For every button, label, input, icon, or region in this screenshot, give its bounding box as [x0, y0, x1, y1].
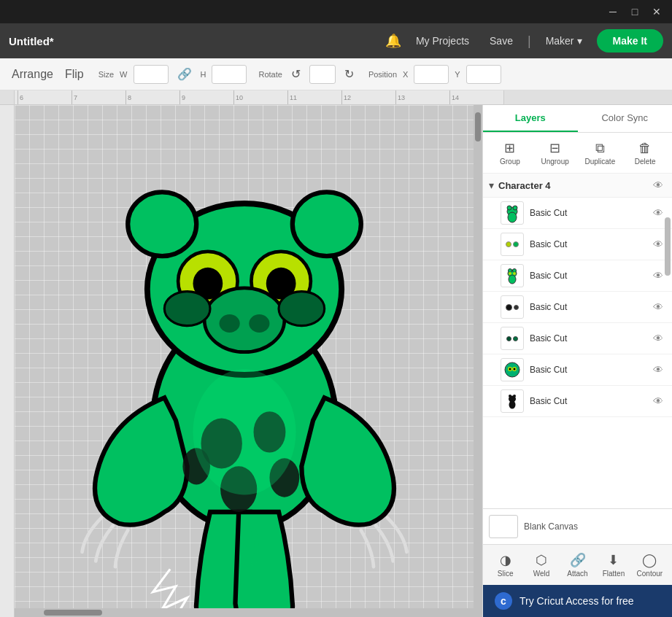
layer-3-visibility-button[interactable]: 👁	[650, 268, 666, 283]
scrollbar-thumb-v[interactable]	[475, 112, 481, 141]
slice-button[interactable]: ◑ Slice	[489, 549, 522, 581]
cricut-access-banner[interactable]: c Try Cricut Access for free	[483, 585, 672, 617]
layer-1-visibility-button[interactable]: 👁	[650, 206, 666, 220]
position-label: Position	[368, 70, 397, 79]
vertical-ruler	[0, 105, 15, 617]
make-it-button[interactable]: Make It	[597, 29, 663, 53]
list-item[interactable]: Basic Cut 👁	[483, 386, 672, 417]
width-input[interactable]	[134, 65, 169, 84]
svg-point-34	[505, 362, 520, 377]
flatten-icon: ⬇	[608, 552, 619, 568]
svg-point-29	[509, 269, 512, 273]
save-button[interactable]: Save	[484, 32, 519, 50]
svg-point-2	[128, 192, 196, 256]
maximize-button[interactable]: □	[625, 2, 644, 21]
attach-button[interactable]: 🔗 Attach	[561, 549, 594, 581]
list-item[interactable]: Basic Cut 👁	[483, 323, 672, 354]
position-group: Position X Y	[368, 65, 501, 84]
layer-2-visibility-button[interactable]: 👁	[650, 237, 666, 252]
rotate-ccw-icon[interactable]: ↺	[288, 66, 304, 82]
cricut-icon: c	[495, 592, 512, 610]
layer-5-name: Basic Cut	[530, 333, 644, 344]
tab-layers[interactable]: Layers	[483, 105, 578, 132]
close-button[interactable]: ✕	[647, 2, 666, 21]
rotate-input[interactable]: 0	[309, 65, 336, 84]
group-label: Group	[500, 158, 520, 166]
svg-point-25	[513, 206, 517, 210]
top-nav: Untitled* 🔔 My Projects Save | Maker ▾ M…	[0, 23, 672, 58]
layer-7-thumb	[501, 389, 524, 413]
lock-icon[interactable]: 🔗	[174, 66, 195, 82]
layer-7-visibility-button[interactable]: 👁	[650, 394, 666, 408]
x-label: X	[403, 70, 408, 79]
y-input[interactable]	[466, 65, 501, 84]
list-item[interactable]: Basic Cut 👁	[483, 292, 672, 323]
duplicate-icon: ⧉	[595, 141, 605, 156]
nav-separator: |	[528, 34, 531, 49]
attach-label: Attach	[567, 570, 587, 578]
layer-4-visibility-button[interactable]: 👁	[650, 300, 666, 314]
group-button[interactable]: ⊞ Group	[489, 137, 531, 168]
h-label: H	[201, 70, 206, 79]
group-name: Character 4	[498, 180, 650, 191]
arrange-button[interactable]: Arrange	[9, 66, 56, 82]
tab-color-sync[interactable]: Color Sync	[578, 105, 673, 132]
scrollbar-thumb-h[interactable]	[44, 610, 102, 616]
layer-2-thumb	[501, 233, 524, 256]
canvas-scrollbar-horizontal[interactable]	[15, 608, 474, 617]
list-item[interactable]: Basic Cut 👁	[483, 229, 672, 260]
layer-6-visibility-button[interactable]: 👁	[650, 362, 666, 377]
ruler-mark-14: 14	[449, 90, 503, 104]
panel-scrollbar[interactable]	[665, 217, 671, 276]
weld-button[interactable]: ⬡ Weld	[525, 549, 557, 581]
contour-icon: ◯	[642, 552, 657, 568]
panel-bottom: Blank Canvas	[483, 508, 672, 544]
ruler-mark-10: 10	[233, 90, 287, 104]
slice-icon: ◑	[500, 552, 511, 568]
ruler-mark-13: 13	[395, 90, 449, 104]
weld-icon: ⬡	[536, 552, 547, 568]
list-item[interactable]: Basic Cut 👁	[483, 260, 672, 292]
list-item[interactable]: Basic Cut 👁	[483, 198, 672, 229]
ungroup-icon: ⊟	[549, 140, 560, 156]
duplicate-label: Duplicate	[585, 158, 616, 166]
ungroup-button[interactable]: ⊟ Ungroup	[534, 137, 576, 168]
layer-4-thumb	[501, 295, 524, 319]
minimize-button[interactable]: ─	[603, 2, 622, 21]
list-item[interactable]: Basic Cut 👁	[483, 354, 672, 386]
blank-canvas-thumbnail	[489, 515, 518, 538]
bottom-toolbar: ◑ Slice ⬡ Weld 🔗 Attach ⬇ Flatten ◯ Cont…	[483, 544, 672, 585]
group-header-character4[interactable]: ▾ Character 4 👁	[483, 174, 672, 198]
svg-point-43	[513, 395, 516, 397]
duplicate-button[interactable]: ⧉ Duplicate	[579, 138, 622, 168]
layer-3-name: Basic Cut	[530, 271, 644, 281]
layer-5-thumb	[501, 327, 524, 350]
nav-actions: 🔔 My Projects Save | Maker ▾ Make It	[385, 29, 663, 53]
rotate-cw-icon[interactable]: ↻	[341, 66, 357, 82]
svg-point-12	[279, 292, 325, 326]
delete-icon: 🗑	[638, 141, 652, 156]
ungroup-label: Ungroup	[541, 158, 568, 166]
svg-point-41	[509, 401, 516, 409]
svg-point-20	[193, 369, 296, 494]
group-visibility-button[interactable]: 👁	[650, 178, 666, 193]
my-projects-button[interactable]: My Projects	[410, 32, 475, 50]
notifications-icon[interactable]: 🔔	[385, 33, 401, 49]
canvas-scrollbar-vertical[interactable]	[474, 105, 482, 617]
layer-7-name: Basic Cut	[530, 396, 644, 406]
canvas-area[interactable]	[15, 105, 482, 617]
machine-selector[interactable]: Maker ▾	[540, 32, 588, 50]
layer-5-visibility-button[interactable]: 👁	[650, 331, 666, 346]
height-input[interactable]	[212, 65, 247, 84]
flip-button[interactable]: Flip	[62, 66, 87, 82]
layer-1-thumb	[501, 201, 524, 225]
svg-point-23	[508, 212, 517, 222]
contour-button[interactable]: ◯ Contour	[633, 549, 666, 581]
x-input[interactable]	[414, 65, 449, 84]
ruler-mark-7: 7	[72, 90, 125, 104]
arrange-label: Arrange	[12, 68, 53, 80]
panel-toolbar: ⊞ Group ⊟ Ungroup ⧉ Duplicate 🗑 Delete	[483, 133, 672, 174]
app-title: Untitled*	[9, 35, 374, 47]
delete-button[interactable]: 🗑 Delete	[624, 138, 666, 168]
flatten-button[interactable]: ⬇ Flatten	[597, 549, 630, 581]
